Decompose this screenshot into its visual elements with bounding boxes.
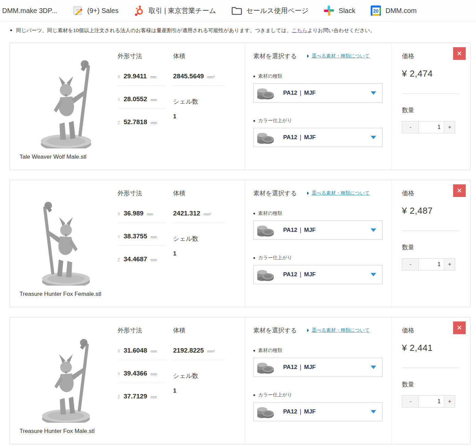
bookmark-label: Slack [339, 7, 355, 15]
dimensions-header: 外形寸法 [118, 326, 173, 334]
shell-count-label: シェル数 [173, 372, 245, 380]
bullet-icon [253, 120, 255, 122]
slack-icon [323, 5, 334, 16]
bookmark-label: DMM.com [385, 7, 416, 15]
volume-row: 2421.312 mm³ [173, 210, 225, 223]
quantity-decrease-button[interactable]: - [402, 258, 419, 271]
price-column: 価格 ¥ 2,474 数量 - + [392, 43, 470, 170]
remove-item-button[interactable]: ✕ [453, 47, 466, 60]
chevron-down-icon [371, 366, 376, 369]
price-value: ¥ 2,441 [402, 343, 470, 353]
dimensions-header: 外形寸法 [118, 189, 173, 197]
bookmark-sales-pages-folder[interactable]: セールス使用ページ [231, 5, 308, 16]
dimension-z-value: 37.7129 [124, 393, 147, 400]
bullet-icon [253, 213, 255, 214]
bookmark-hubspot-deals[interactable]: 取引 | 東京営業チーム [134, 5, 216, 16]
material-thumbnail [254, 266, 276, 284]
color-finish-dropdown[interactable]: PA12 MJF [253, 265, 383, 284]
close-icon: ✕ [457, 324, 462, 331]
volume-row: 2845.5649 mm³ [173, 73, 225, 86]
model-filename: Treasure Hunter Fox Male.stl [19, 427, 112, 436]
divider [402, 230, 459, 231]
bookmark-dmm-com-calendar[interactable]: 20 DMM.com [370, 5, 416, 16]
dimension-row-z: Z 37.7129 mm [118, 393, 166, 406]
shell-count-label: シェル数 [173, 97, 245, 106]
volume-row: 2192.8225 mm³ [173, 347, 225, 360]
dimension-row-z: Z 52.7818 mm [118, 118, 166, 131]
quantity-label: 数量 [402, 380, 470, 388]
pipe-separator [300, 272, 301, 278]
material-type-label: 素材の種類 [253, 210, 391, 216]
selected-material: PA12 MJF [283, 227, 316, 234]
remove-item-button[interactable]: ✕ [453, 321, 466, 334]
notes-pencil-icon [72, 5, 83, 16]
volume-header: 体積 [173, 52, 245, 60]
price-column: 価格 ¥ 2,487 数量 - + [392, 180, 470, 307]
selected-material: PA12 MJF [283, 364, 316, 371]
dimension-row-y: Y 28.0552 mm [118, 95, 166, 109]
bookmark-dmm-make-3dp[interactable]: ) DMM.make 3DP... [0, 7, 57, 15]
dimensions-column: 外形寸法 X 31.6048 mm Y 39.4366 mm Z 37.7129… [118, 317, 173, 444]
material-type-label: 素材の種類 [253, 347, 391, 354]
bullet-icon [253, 76, 255, 77]
material-info-link[interactable]: 選べる素材・種類について [307, 327, 370, 333]
dimension-z-value: 52.7818 [124, 118, 147, 126]
folder-icon [231, 5, 242, 16]
cart-item-card: ✕ Tale Weaver Wolf Male.stl 外形寸法 X 29.94… [10, 43, 471, 170]
material-thumbnail [254, 358, 276, 376]
material-info-link[interactable]: 選べる素材・種類について [307, 190, 370, 196]
material-info-link[interactable]: 選べる素材・種類について [307, 53, 370, 59]
model-column: Treasure Hunter Fox Male.stl [10, 317, 118, 444]
dimensions-header: 外形寸法 [118, 52, 173, 60]
dimension-row-x: X 36.989 mm [118, 210, 166, 223]
dimension-row-y: Y 38.3755 mm [118, 233, 166, 246]
model-filename: Tale Weaver Wolf Male.stl [19, 153, 112, 161]
material-thumbnail [254, 129, 276, 146]
cart-item-list: ✕ Tale Weaver Wolf Male.stl 外形寸法 X 29.94… [0, 43, 476, 444]
dimension-x-value: 31.6048 [124, 347, 147, 354]
divider [402, 93, 459, 94]
quantity-increase-button[interactable]: + [444, 258, 455, 271]
material-type-dropdown[interactable]: PA12 MJF [253, 358, 383, 377]
material-type-dropdown[interactable]: PA12 MJF [253, 221, 383, 240]
chevron-down-icon [371, 228, 376, 232]
model-filename: Treasure Hunter Fox Female.stl [19, 290, 112, 299]
remove-item-button[interactable]: ✕ [453, 184, 466, 197]
color-finish-label: カラー仕上がり [253, 392, 391, 398]
bookmark-label: ) DMM.make 3DP... [0, 7, 57, 15]
bookmarks-bar: ) DMM.make 3DP... (9+) Sales [0, 0, 476, 22]
material-column: 素材を選択する 選べる素材・種類について 素材の種類 PA12 MJF [245, 180, 392, 307]
quantity-input[interactable] [419, 258, 444, 271]
quantity-input[interactable] [419, 121, 444, 133]
pipe-separator [300, 90, 301, 96]
bookmark-slack[interactable]: Slack [323, 5, 355, 16]
dimension-x-value: 29.9411 [124, 73, 147, 80]
dimensions-column: 外形寸法 X 29.9411 mm Y 28.0552 mm Z 52.7818… [118, 43, 173, 170]
color-finish-label: カラー仕上がり [253, 255, 391, 261]
material-section-title: 素材を選択する [253, 326, 297, 334]
color-finish-dropdown[interactable]: PA12 MJF [253, 128, 383, 147]
dimension-z-value: 34.4687 [124, 255, 147, 263]
close-icon: ✕ [457, 50, 462, 57]
bookmark-sales[interactable]: (9+) Sales [72, 5, 119, 16]
volume-value: 2421.312 [173, 210, 200, 217]
quantity-stepper: - + [402, 395, 470, 408]
color-finish-dropdown[interactable]: PA12 MJF [253, 402, 383, 421]
quantity-increase-button[interactable]: + [444, 121, 455, 133]
price-value: ¥ 2,474 [402, 68, 470, 79]
quantity-decrease-button[interactable]: - [402, 121, 419, 133]
quantity-input[interactable] [419, 395, 444, 408]
model-preview-image [23, 326, 109, 423]
color-finish-label: カラー仕上がり [253, 118, 391, 124]
model-column: Treasure Hunter Fox Female.stl [10, 180, 118, 307]
bulk-discount-notice: 同じパーツ、同じ素材を10個以上注文される法人のお客様は量産割引が適用される可能… [10, 27, 476, 34]
calendar-day-badge: 20 [373, 8, 379, 14]
google-calendar-icon: 20 [370, 5, 381, 16]
model-preview-image [23, 52, 109, 148]
material-type-dropdown[interactable]: PA12 MJF [253, 83, 383, 103]
quantity-increase-button[interactable]: + [444, 395, 455, 408]
contact-us-link[interactable]: こちら [292, 27, 307, 33]
quantity-decrease-button[interactable]: - [402, 395, 419, 408]
quantity-stepper: - + [402, 121, 470, 133]
pipe-separator [300, 409, 301, 415]
